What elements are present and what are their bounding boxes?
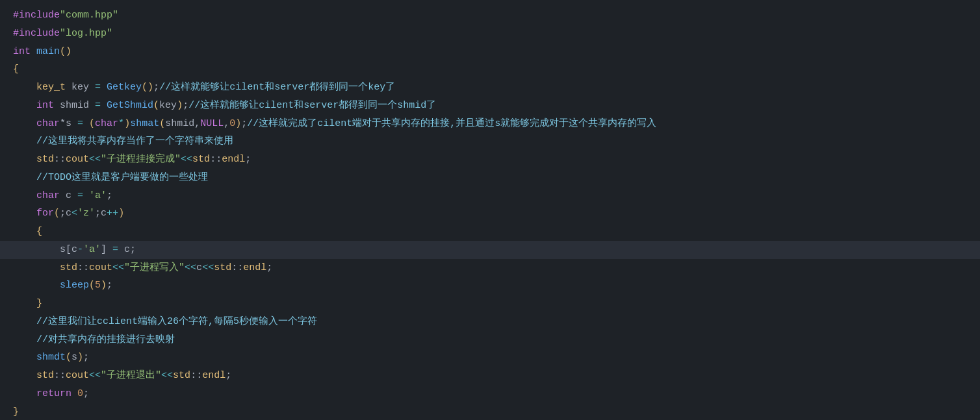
code-token bbox=[13, 132, 36, 151]
code-token bbox=[13, 204, 36, 223]
code-token: cout bbox=[66, 367, 89, 385]
code-token: () bbox=[60, 43, 71, 61]
code-token: shmid bbox=[54, 97, 95, 115]
code-token: std bbox=[60, 259, 77, 277]
code-token: () bbox=[142, 79, 153, 97]
code-token: #include bbox=[13, 6, 60, 25]
code-token: //这里我们让cclient端输入26个字符,每隔5秒便输入一个字符 bbox=[36, 313, 317, 331]
code-token: ; bbox=[107, 277, 112, 295]
code-line-16: sleep(5); bbox=[0, 277, 980, 295]
code-token bbox=[13, 241, 60, 259]
code-token: ;c bbox=[95, 204, 107, 223]
code-token bbox=[13, 97, 36, 115]
code-token: :: bbox=[77, 259, 89, 277]
code-token bbox=[31, 43, 36, 61]
code-line-20: shmdt(s); bbox=[0, 349, 980, 367]
code-line-15: std::cout<<"子进程写入"<<c<<std::endl; bbox=[0, 259, 980, 277]
code-token: ( bbox=[54, 204, 60, 223]
code-token bbox=[13, 223, 36, 241]
code-token: *s bbox=[60, 115, 77, 133]
code-token: std bbox=[36, 367, 54, 385]
code-token: key_t bbox=[36, 79, 66, 97]
code-token bbox=[83, 115, 89, 133]
code-token: ) bbox=[101, 277, 107, 295]
code-token: = bbox=[95, 97, 101, 115]
code-token: std bbox=[214, 259, 231, 277]
code-token: //这样就能够让cilent和server都得到同一个key了 bbox=[159, 79, 395, 97]
code-token: //对共享内存的挂接进行去映射 bbox=[36, 331, 175, 349]
code-token: for bbox=[36, 204, 54, 223]
code-token bbox=[13, 187, 36, 205]
code-token: endl bbox=[222, 151, 245, 169]
code-token bbox=[13, 115, 36, 133]
code-line-11: char c = 'a'; bbox=[0, 187, 980, 205]
code-line-18: //这里我们让cclient端输入26个字符,每隔5秒便输入一个字符 bbox=[0, 313, 980, 331]
code-token: << bbox=[89, 367, 101, 385]
code-token: ) bbox=[118, 204, 124, 223]
code-token: ; bbox=[83, 349, 89, 367]
code-token: = bbox=[77, 115, 83, 133]
code-token: ( bbox=[159, 115, 165, 133]
code-line-17: } bbox=[0, 295, 980, 313]
code-token: return bbox=[36, 385, 71, 403]
code-token: 'z' bbox=[77, 204, 95, 223]
code-token: 5 bbox=[95, 277, 101, 295]
code-token: int bbox=[13, 43, 31, 61]
code-token: = bbox=[77, 187, 83, 205]
code-token: key bbox=[66, 79, 95, 97]
code-token: ) bbox=[235, 115, 241, 133]
code-token: endl bbox=[202, 367, 226, 385]
code-token: << bbox=[181, 151, 192, 169]
code-token bbox=[101, 79, 107, 97]
code-token: ++ bbox=[107, 204, 118, 223]
code-token: } bbox=[13, 403, 19, 421]
code-token bbox=[13, 313, 36, 331]
code-token: ( bbox=[153, 97, 159, 115]
code-token: "子进程退出" bbox=[101, 367, 161, 385]
code-token: ;c bbox=[60, 204, 71, 223]
code-token: ( bbox=[89, 115, 95, 133]
code-token: s bbox=[71, 349, 77, 367]
code-token: shmid, bbox=[165, 115, 200, 133]
code-token: //这里我将共享内存当作了一个字符串来使用 bbox=[36, 132, 233, 151]
code-line-22: return 0; bbox=[0, 385, 980, 403]
code-token bbox=[13, 367, 36, 385]
code-token: ; bbox=[241, 115, 247, 133]
code-token: ) bbox=[177, 97, 183, 115]
code-line-5: key_t key = Getkey();//这样就能够让cilent和serv… bbox=[0, 79, 980, 97]
code-token: :: bbox=[54, 151, 66, 169]
code-token: "log.hpp" bbox=[60, 25, 112, 43]
code-token: 'a' bbox=[89, 187, 107, 205]
code-token bbox=[13, 259, 60, 277]
code-line-2: #include"log.hpp" bbox=[0, 25, 980, 43]
code-token: int bbox=[36, 97, 54, 115]
code-token: = bbox=[112, 241, 118, 259]
code-token: char bbox=[36, 115, 60, 133]
code-line-1: #include"comm.hpp" bbox=[0, 6, 980, 25]
code-token bbox=[101, 97, 107, 115]
code-token: ; bbox=[153, 79, 159, 97]
code-line-21: std::cout<<"子进程退出"<<std::endl; bbox=[0, 367, 980, 385]
code-line-12: for(;c<'z';c++) bbox=[0, 204, 980, 223]
code-token: std bbox=[36, 151, 54, 169]
code-token: char bbox=[95, 115, 118, 133]
code-token: 'a' bbox=[83, 241, 101, 259]
code-token bbox=[13, 385, 36, 403]
code-token: ; bbox=[183, 97, 188, 115]
code-token bbox=[13, 79, 36, 97]
code-token: :: bbox=[231, 259, 243, 277]
code-token: main bbox=[36, 43, 60, 61]
code-token bbox=[13, 277, 60, 295]
code-token: cout bbox=[89, 259, 112, 277]
code-token: #include bbox=[13, 25, 60, 43]
code-token: "comm.hpp" bbox=[60, 6, 118, 25]
code-token: shmat bbox=[130, 115, 159, 133]
code-token: //这样就能够让cilent和server都得到同一个shmid了 bbox=[188, 97, 436, 115]
code-token: ( bbox=[66, 349, 71, 367]
code-token: * bbox=[118, 115, 124, 133]
code-token bbox=[13, 295, 36, 313]
code-token: c; bbox=[118, 241, 136, 259]
code-token: << bbox=[185, 259, 196, 277]
code-token: { bbox=[36, 223, 42, 241]
code-token: NULL bbox=[200, 115, 224, 133]
